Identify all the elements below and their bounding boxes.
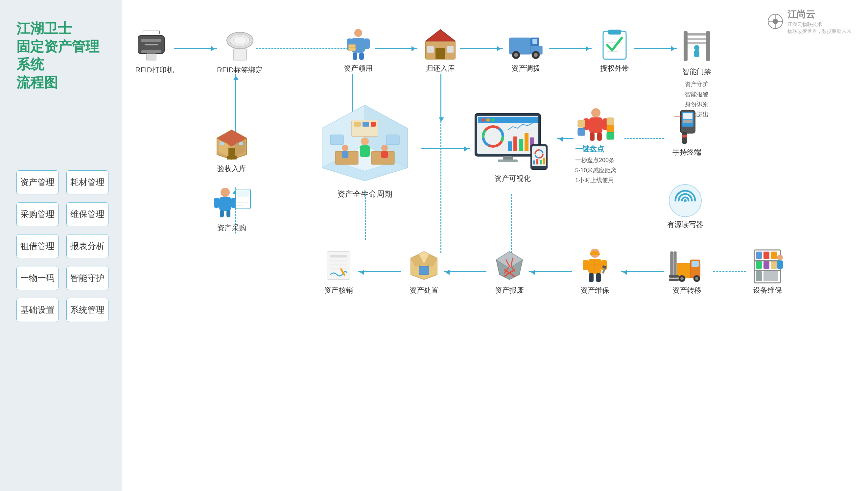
svg-rect-71: [371, 122, 376, 126]
arrow-transfer-to-auth: [549, 48, 592, 49]
svg-rect-53: [239, 142, 243, 145]
svg-rect-105: [607, 118, 614, 125]
svg-rect-6: [146, 54, 156, 60]
svg-point-115: [220, 188, 230, 197]
return-storage-icon: [421, 28, 460, 61]
arrow-maintenance-to-scrap: [529, 271, 572, 272]
auth-carryout-label: 授权外带: [600, 63, 629, 73]
asset-maintenance-label: 资产维保: [581, 285, 609, 295]
svg-rect-83: [519, 139, 523, 151]
svg-rect-144: [583, 260, 588, 270]
svg-rect-171: [771, 261, 777, 269]
svg-rect-154: [691, 261, 699, 267]
sidebar-item-purchase-mgmt[interactable]: 采购管理: [17, 202, 59, 226]
node-asset-writeoff: 资产核销: [319, 250, 358, 295]
svg-rect-52: [220, 142, 224, 145]
sidebar-item-maintenance-mgmt[interactable]: 维保管理: [66, 202, 108, 226]
arrow-lifecycle-to-visual: [421, 148, 470, 149]
svg-point-66: [361, 138, 369, 145]
rfid-bind-icon: [220, 30, 260, 62]
dashed-bind-to-pickup: [256, 48, 348, 49]
handheld-terminal-icon: [667, 112, 707, 145]
svg-rect-45: [694, 50, 700, 57]
dashed-to-handheld: [624, 138, 664, 139]
svg-rect-168: [771, 252, 777, 259]
svg-rect-103: [578, 128, 585, 136]
arrow-printer-to-bind: [174, 48, 217, 49]
dashed-lifecycle-down: [365, 191, 366, 240]
svg-rect-35: [608, 30, 621, 34]
sidebar-item-asset-mgmt[interactable]: 资产管理: [17, 170, 59, 194]
svg-rect-173: [764, 271, 778, 281]
dashed-relocation-to-equipment: [713, 271, 746, 272]
svg-rect-5: [141, 50, 161, 53]
svg-rect-26: [509, 38, 531, 54]
sidebar-item-one-item-code[interactable]: 一物一码: [17, 266, 59, 290]
arrow-pickup-to-return: [375, 48, 417, 49]
asset-disposal-label: 资产处置: [409, 285, 438, 295]
title-line3: 流程图: [17, 74, 108, 92]
rfid-printer-icon: [135, 30, 174, 62]
svg-rect-119: [220, 210, 224, 218]
svg-rect-17: [359, 53, 364, 60]
svg-rect-3: [141, 39, 161, 42]
svg-rect-58: [330, 135, 343, 145]
svg-rect-23: [435, 48, 445, 59]
sidebar-item-rental-mgmt[interactable]: 租借管理: [17, 234, 59, 258]
asset-scrap-icon: [490, 250, 529, 283]
sidebar: 江湖卫士 固定资产管理系统 流程图 资产管理 耗材管理 采购管理 维保管理 租借…: [0, 0, 122, 491]
node-return-storage: 归还入库: [421, 28, 460, 73]
svg-rect-67: [360, 145, 370, 157]
svg-point-174: [777, 255, 783, 260]
asset-pickup-label: 资产领用: [344, 63, 373, 73]
svg-rect-148: [589, 273, 594, 282]
svg-rect-63: [342, 151, 348, 158]
svg-rect-87: [498, 160, 518, 162]
sidebar-item-system-mgmt[interactable]: 系统管理: [66, 298, 108, 322]
svg-point-77: [491, 118, 495, 122]
sidebar-item-smart-guard[interactable]: 智能守护: [66, 266, 108, 290]
svg-rect-42: [688, 38, 706, 40]
svg-rect-158: [669, 279, 679, 281]
svg-rect-93: [536, 159, 538, 165]
svg-rect-120: [226, 210, 230, 218]
arrow-disposal-to-writeoff: [358, 271, 401, 272]
sidebar-item-basic-settings[interactable]: 基础设置: [17, 298, 59, 322]
svg-point-62: [342, 145, 348, 151]
main-content: 江尚云 江湖云物联技术 物联改变世界，数据驱动未来 RFID打印机: [122, 0, 868, 491]
asset-transfer-icon: [506, 28, 546, 61]
logo-name: 江尚云: [787, 8, 851, 21]
svg-point-12: [354, 29, 362, 37]
svg-rect-15: [364, 38, 370, 49]
svg-rect-170: [764, 261, 769, 269]
sidebar-item-consumable-mgmt[interactable]: 耗材管理: [66, 170, 108, 194]
one-click-labels: 一键盘点 一秒盘点200条 5-10米感应距离 1小时上线使用: [575, 144, 617, 185]
svg-rect-110: [683, 120, 692, 123]
node-rfid-printer: RFID打印机: [135, 30, 174, 75]
node-rfid-bind: RFID标签绑定: [217, 30, 262, 75]
node-asset-relocation: 资产转移: [667, 250, 707, 295]
svg-rect-122: [237, 191, 249, 197]
svg-rect-109: [683, 113, 692, 119]
asset-purchase-icon: [212, 187, 251, 220]
asset-visual-label: 资产可视化: [495, 174, 531, 183]
svg-point-114: [684, 199, 687, 202]
sidebar-item-report-analysis[interactable]: 报表分析: [66, 234, 108, 258]
svg-rect-129: [330, 260, 347, 261]
node-asset-purchase: 资产采购: [212, 187, 251, 233]
arrow-relocation-to-maintenance: [621, 271, 664, 272]
svg-point-162: [695, 277, 699, 280]
svg-point-64: [381, 145, 388, 151]
svg-point-30: [514, 53, 518, 57]
svg-rect-175: [777, 260, 783, 269]
svg-rect-40: [706, 31, 710, 61]
asset-visual-icon: [473, 112, 552, 171]
one-click-subtitle: 一秒盘点200条 5-10米感应距离 1小时上线使用: [575, 155, 617, 185]
one-click-title: 一键盘点: [575, 144, 604, 154]
sidebar-title: 江湖卫士 固定资产管理系统 流程图: [17, 20, 108, 91]
arrow-scrap-to-disposal: [444, 271, 487, 272]
asset-transfer-label: 资产调拨: [512, 63, 540, 73]
node-asset-pickup: 资产领用: [339, 28, 378, 73]
svg-rect-117: [214, 198, 219, 208]
node-asset-visual: 资产可视化: [473, 112, 552, 183]
